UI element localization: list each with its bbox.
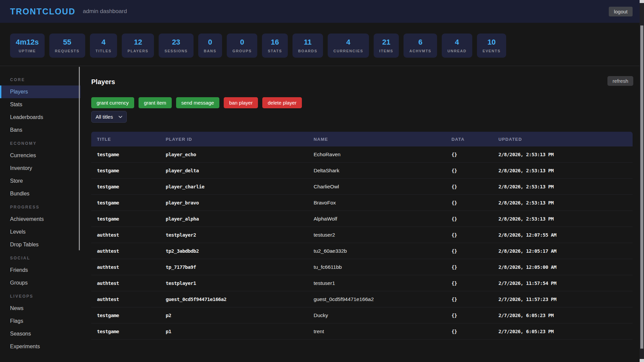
- cell-name: tu_fc6611bb: [308, 264, 446, 270]
- sidebar-scrollbar-thumb[interactable]: [79, 67, 80, 250]
- cell-name: guest_0cd5f94471e166a2: [308, 296, 446, 302]
- cell-player-id: player_bravo: [160, 200, 308, 205]
- cell-title: testgame: [91, 200, 160, 205]
- cell-data: {}: [446, 248, 493, 254]
- logout-button[interactable]: logout: [609, 7, 633, 16]
- delete-player-button[interactable]: delete player: [262, 97, 302, 108]
- sidebar-item-achievements[interactable]: Achievements: [0, 213, 80, 226]
- table-row[interactable]: authtesttp_7177ba9ftu_fc6611bb{}2/8/2026…: [91, 259, 633, 275]
- stat-card-events: 10EVENTS: [477, 34, 506, 58]
- cell-data: {}: [446, 281, 493, 286]
- stat-card-boards: 11BOARDS: [292, 34, 323, 58]
- refresh-button[interactable]: refresh: [607, 76, 633, 86]
- cell-updated: 2/8/2026, 2:53:13 PM: [493, 200, 633, 205]
- cell-player-id: player_echo: [160, 152, 308, 157]
- sidebar-item-players[interactable]: Players: [0, 85, 80, 98]
- sidebar-item-seasons[interactable]: Seasons: [0, 327, 80, 340]
- title-filter-value: All titles: [96, 114, 113, 120]
- cell-data: {}: [446, 216, 493, 222]
- sidebar-item-bundles[interactable]: Bundles: [0, 187, 80, 200]
- stat-card-achvmts: 6ACHVMTS: [404, 34, 437, 58]
- stat-value: 4: [101, 38, 105, 47]
- sidebar-item-experiments[interactable]: Experiments: [0, 340, 80, 353]
- sidebar-item-flags[interactable]: Flags: [0, 315, 80, 327]
- cell-player-id: p1: [160, 329, 308, 334]
- sidebar-item-stats[interactable]: Stats: [0, 98, 80, 111]
- cell-data: {}: [446, 264, 493, 270]
- sidebar-item-bans[interactable]: Bans: [0, 124, 80, 136]
- ban-player-button[interactable]: ban player: [224, 97, 258, 108]
- window-scrollbar[interactable]: [640, 0, 644, 362]
- table-row[interactable]: testgameplayer_charlieCharlieOwl{}2/8/20…: [91, 179, 633, 195]
- cell-title: testgame: [91, 313, 160, 318]
- stat-label: ACHVMTS: [409, 49, 431, 53]
- sidebar-section-core: CORE: [0, 73, 80, 85]
- table-row[interactable]: authtesttestplayer2testuser2{}2/8/2026, …: [91, 227, 633, 243]
- stat-label: BOARDS: [298, 49, 317, 53]
- table-row[interactable]: authtesttp2_3abdbdb2tu2_60ae332b{}2/8/20…: [91, 243, 633, 259]
- scrollbar-button-down[interactable]: [640, 359, 644, 362]
- cell-name: trent: [308, 328, 446, 335]
- cell-title: authtest: [91, 248, 160, 254]
- table-body: testgameplayer_echoEchoRaven{}2/8/2026, …: [91, 146, 633, 340]
- main-content: refresh Players grant currencygrant item…: [80, 66, 644, 362]
- sidebar-item-groups[interactable]: Groups: [0, 277, 80, 289]
- sidebar-item-currencies[interactable]: Currencies: [0, 149, 80, 162]
- table-row[interactable]: authtesttestplayer1testuser1{}2/7/2026, …: [91, 275, 633, 291]
- cell-title: authtest: [91, 232, 160, 238]
- cell-updated: 2/8/2026, 2:53:13 PM: [493, 184, 633, 189]
- stat-label: SESSIONS: [164, 49, 187, 53]
- sidebar-item-drop-tables[interactable]: Drop Tables: [0, 238, 80, 251]
- app-subtitle: admin dashboard: [83, 8, 127, 15]
- sidebar-item-levels[interactable]: Levels: [0, 226, 80, 238]
- window-scrollbar-thumb[interactable]: [640, 25, 643, 349]
- stat-card-titles: 4TITLES: [90, 34, 117, 58]
- stat-label: CURRENCIES: [333, 49, 363, 53]
- send-message-button[interactable]: send message: [176, 97, 220, 108]
- stat-label: REQUESTS: [55, 49, 79, 53]
- cell-name: DeltaShark: [308, 168, 446, 174]
- column-header-player-id: PLAYER ID: [160, 137, 308, 142]
- players-table: TITLEPLAYER IDNAMEDATAUPDATED testgamepl…: [91, 132, 633, 340]
- scrollbar-button-up[interactable]: [640, 0, 644, 3]
- table-row[interactable]: testgameplayer_alphaAlphaWolf{}2/8/2026,…: [91, 211, 633, 227]
- cell-player-id: player_alpha: [160, 216, 308, 222]
- table-row[interactable]: testgameplayer_bravoBravoFox{}2/8/2026, …: [91, 195, 633, 211]
- action-buttons-row: grant currencygrant itemsend messageban …: [91, 97, 633, 108]
- cell-player-id: tp2_3abdbdb2: [160, 248, 308, 254]
- stat-value: 4: [346, 38, 350, 47]
- grant-item-button[interactable]: grant item: [139, 97, 172, 108]
- sidebar-item-news[interactable]: News: [0, 302, 80, 315]
- stat-card-uptime: 4m12sUPTIME: [10, 34, 45, 58]
- cell-data: {}: [446, 232, 493, 238]
- title-filter-select[interactable]: All titles: [91, 111, 127, 123]
- cell-data: {}: [446, 313, 493, 318]
- sidebar-item-friends[interactable]: Friends: [0, 264, 80, 277]
- cell-player-id: guest_0cd5f94471e166a2: [160, 297, 308, 302]
- grant-currency-button[interactable]: grant currency: [91, 97, 134, 108]
- table-row[interactable]: testgameplayer_deltaDeltaShark{}2/8/2026…: [91, 163, 633, 179]
- table-row[interactable]: testgamep1trent{}2/7/2026, 6:05:23 PM: [91, 323, 633, 340]
- sidebar-item-store[interactable]: Store: [0, 175, 80, 187]
- stat-value: 4: [455, 38, 459, 47]
- cell-player-id: player_charlie: [160, 184, 308, 189]
- sidebar-item-inventory[interactable]: Inventory: [0, 162, 80, 175]
- cell-name: tu2_60ae332b: [308, 248, 446, 254]
- cell-name: BravoFox: [308, 200, 446, 206]
- cell-player-id: player_delta: [160, 168, 308, 173]
- stat-value: 12: [134, 38, 142, 47]
- cell-name: AlphaWolf: [308, 216, 446, 222]
- table-row[interactable]: testgamep2Ducky{}2/7/2026, 6:05:23 PM: [91, 307, 633, 323]
- cell-player-id: testplayer2: [160, 232, 308, 238]
- stat-card-sessions: 23SESSIONS: [159, 34, 193, 58]
- table-row[interactable]: authtestguest_0cd5f94471e166a2guest_0cd5…: [91, 291, 633, 307]
- app-header: TRONTCLOUD admin dashboard logout: [0, 0, 644, 23]
- table-row[interactable]: testgameplayer_echoEchoRaven{}2/8/2026, …: [91, 146, 633, 163]
- cell-updated: 2/8/2026, 12:05:00 AM: [493, 264, 633, 270]
- cell-updated: 2/7/2026, 11:57:23 PM: [493, 297, 633, 302]
- cell-updated: 2/8/2026, 2:53:13 PM: [493, 216, 633, 222]
- cell-title: authtest: [91, 281, 160, 286]
- stat-label: BANS: [204, 49, 217, 53]
- sidebar-item-leaderboards[interactable]: Leaderboards: [0, 111, 80, 124]
- stat-label: UNREAD: [447, 49, 467, 53]
